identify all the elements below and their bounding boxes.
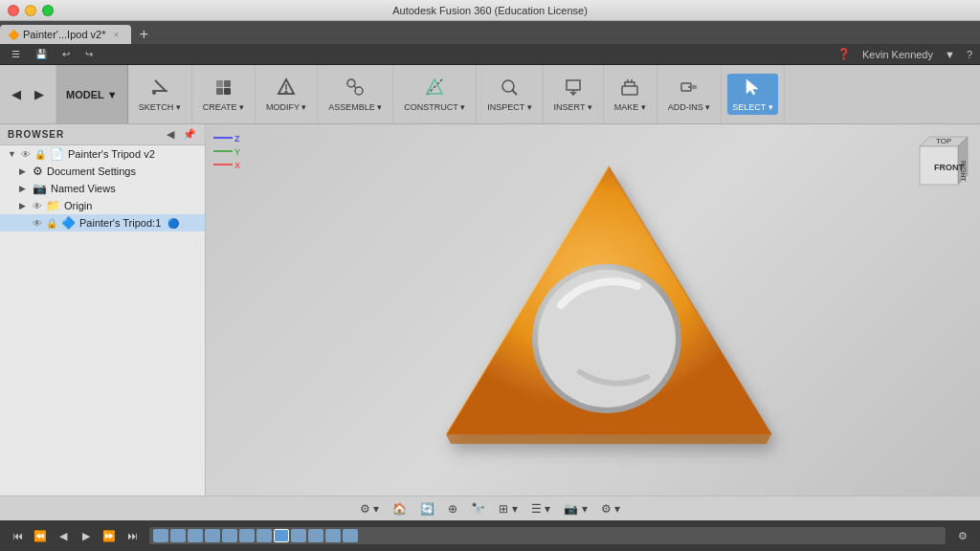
- select-button[interactable]: SELECT ▾: [727, 74, 777, 115]
- timeline-item-7[interactable]: [256, 529, 272, 542]
- save-button[interactable]: 💾: [32, 47, 51, 61]
- visibility-icon-origin[interactable]: 👁: [33, 201, 42, 211]
- browser-panel: BROWSER ◀ 📌 ▼ 👁 🔒 📄 Painter's Tripod v2 …: [0, 124, 206, 496]
- addins-label: ADD-INS ▾: [668, 102, 711, 112]
- timeline-item-8[interactable]: [274, 529, 289, 542]
- lock-icon-tripod: 🔒: [46, 218, 57, 229]
- viewport-home-button[interactable]: 🏠: [389, 500, 411, 518]
- make-button[interactable]: MAKE ▾: [610, 74, 651, 115]
- timeline-item-6[interactable]: [239, 529, 255, 542]
- tree-item-doc-settings[interactable]: ▶ ⚙ Document Settings: [0, 163, 205, 180]
- maximize-button[interactable]: [42, 5, 54, 16]
- user-dropdown-icon[interactable]: ▼: [945, 49, 955, 60]
- model-label: MODEL: [66, 89, 104, 100]
- redo-button[interactable]: ↪: [81, 47, 97, 61]
- browser-collapse-button[interactable]: ◀: [163, 127, 178, 143]
- model-dropdown-button[interactable]: MODEL ▼: [56, 65, 128, 123]
- file-menu-button[interactable]: ☰: [8, 47, 24, 61]
- undo-icon: ↩: [62, 49, 70, 59]
- timeline-item-2[interactable]: [170, 529, 186, 542]
- assemble-button[interactable]: ASSEMBLE ▾: [323, 74, 387, 115]
- insert-button[interactable]: INSERT ▾: [549, 74, 597, 115]
- toolbar-section-modify: MODIFY ▾: [256, 65, 318, 123]
- timeline-prev-button[interactable]: ◀: [54, 526, 73, 545]
- timeline-item-12[interactable]: [343, 529, 358, 542]
- tripod-label: Painter's Tripod:1: [79, 217, 161, 229]
- create-button[interactable]: CREATE ▾: [198, 74, 249, 115]
- viewport[interactable]: Z Y X FRONT TOP RIGHT: [206, 124, 980, 496]
- toolbar-section-inspect: INSPECT ▾: [477, 65, 543, 123]
- expand-icon-doc: ▶: [19, 166, 29, 176]
- undo-button[interactable]: ↩: [58, 47, 74, 61]
- back-button[interactable]: ◀: [6, 84, 27, 105]
- main-area: BROWSER ◀ 📌 ▼ 👁 🔒 📄 Painter's Tripod v2 …: [0, 124, 980, 496]
- lock-icon-root: 🔒: [34, 149, 46, 160]
- timeline-first-button[interactable]: ⏮: [8, 526, 27, 545]
- toolbar-section-addins: ADD-INS ▾: [657, 65, 723, 123]
- title-bar: Autodesk Fusion 360 (Education License): [0, 0, 980, 21]
- modify-icon: [276, 77, 297, 100]
- timeline-item-3[interactable]: [188, 529, 203, 542]
- viewcube[interactable]: FRONT TOP RIGHT: [905, 132, 972, 199]
- user-name[interactable]: Kevin Kennedy: [862, 49, 933, 60]
- tree-item-root[interactable]: ▼ 👁 🔒 📄 Painter's Tripod v2: [0, 145, 205, 163]
- viewport-orbit-button[interactable]: 🔄: [416, 500, 438, 518]
- tripod-icon: 🔷: [61, 216, 76, 230]
- visibility-icon-tripod[interactable]: 👁: [33, 218, 42, 229]
- create-label: CREATE ▾: [203, 102, 244, 112]
- viewport-zoom-button[interactable]: 🔭: [467, 500, 489, 518]
- timeline-item-10[interactable]: [308, 529, 323, 542]
- viewport-render-button[interactable]: ⚙ ▾: [597, 500, 624, 518]
- construct-button[interactable]: CONSTRUCT ▾: [399, 74, 470, 115]
- sketch-button[interactable]: SKETCH ▾: [134, 74, 186, 115]
- document-tab[interactable]: 🔶 Painter'...Ipod v2* ×: [0, 25, 131, 44]
- modify-label: MODIFY ▾: [266, 102, 306, 112]
- svg-text:Z: Z: [234, 134, 240, 143]
- viewport-display-button[interactable]: ☰ ▾: [527, 500, 554, 518]
- viewport-zoom-fit-button[interactable]: ⊕: [444, 500, 461, 518]
- timeline-track[interactable]: [149, 527, 946, 544]
- doc-settings-label: Document Settings: [47, 165, 136, 177]
- svg-marker-25: [746, 79, 758, 95]
- tab-icon: 🔶: [8, 30, 19, 40]
- timeline-item-1[interactable]: [153, 529, 168, 542]
- browser-pin-button[interactable]: 📌: [182, 127, 197, 143]
- timeline-last-button[interactable]: ⏭: [122, 526, 142, 545]
- help-icon-btn[interactable]: ❓: [837, 48, 851, 60]
- timeline-item-4[interactable]: [205, 529, 220, 542]
- save-icon: 💾: [35, 49, 47, 59]
- tab-close-button[interactable]: ×: [110, 28, 123, 41]
- viewport-camera-button[interactable]: 📷 ▾: [560, 500, 590, 518]
- inspect-button[interactable]: INSPECT ▾: [482, 74, 536, 115]
- toolbar-section-select: SELECT ▾: [722, 65, 784, 123]
- tree-item-named-views[interactable]: ▶ 📷 Named Views: [0, 180, 205, 197]
- window-controls: [8, 5, 54, 16]
- timeline-item-11[interactable]: [325, 529, 341, 542]
- timeline-item-9[interactable]: [291, 529, 306, 542]
- forward-button[interactable]: ▶: [29, 84, 50, 105]
- construct-icon: [424, 77, 445, 100]
- modify-button[interactable]: MODIFY ▾: [261, 74, 311, 115]
- visibility-icon-root[interactable]: 👁: [21, 149, 31, 160]
- timeline-next-button[interactable]: ⏩: [100, 526, 119, 545]
- timeline-settings-button[interactable]: ⚙: [953, 526, 972, 545]
- viewport-settings-button[interactable]: ⚙ ▾: [356, 500, 383, 518]
- svg-rect-5: [216, 88, 223, 95]
- minimize-button[interactable]: [25, 5, 36, 16]
- tree-item-tripod[interactable]: 👁 🔒 🔷 Painter's Tripod:1 🔵: [0, 214, 205, 231]
- addins-button[interactable]: ADD-INS ▾: [663, 74, 716, 115]
- close-button[interactable]: [8, 5, 19, 16]
- axis-indicator: Z Y X: [213, 132, 242, 170]
- expand-icon: ▼: [8, 149, 17, 159]
- help-btn[interactable]: ?: [967, 49, 972, 60]
- new-tab-button[interactable]: +: [135, 25, 154, 44]
- timeline-play-button[interactable]: ▶: [77, 526, 96, 545]
- toolbar-section-assemble: ASSEMBLE ▾: [318, 65, 393, 123]
- expand-icon-origin: ▶: [19, 201, 29, 210]
- tree-item-origin[interactable]: ▶ 👁 📁 Origin: [0, 197, 205, 214]
- select-label: SELECT ▾: [732, 102, 772, 112]
- timeline-prev-fast-button[interactable]: ⏪: [31, 526, 50, 545]
- timeline-item-5[interactable]: [222, 529, 237, 542]
- nav-buttons: ◀ ▶: [0, 65, 56, 123]
- viewport-grid-button[interactable]: ⊞ ▾: [495, 500, 521, 518]
